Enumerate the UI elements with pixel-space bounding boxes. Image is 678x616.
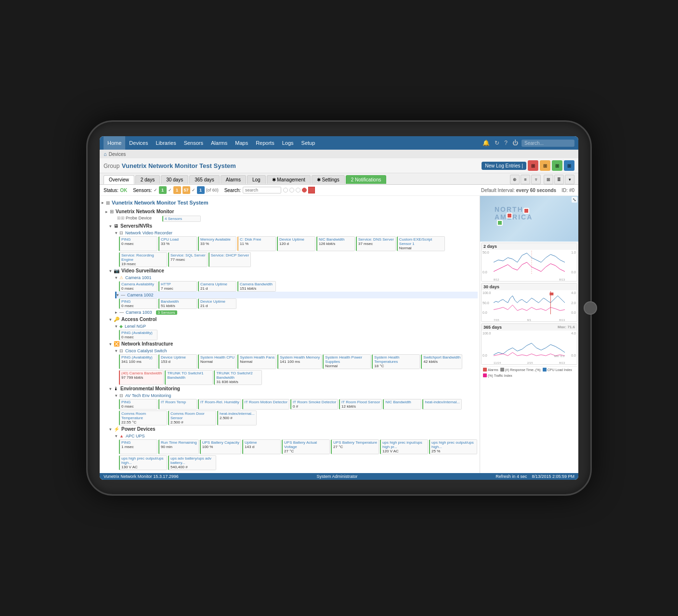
lenel-header[interactable]: ▾ ◆ Lenel NGP <box>115 323 478 330</box>
sensor-tile[interactable]: IT Room-Rel. Humidity <box>198 399 241 410</box>
cam1003-header[interactable]: ▸ — Camera 1003 3 Sensors <box>115 309 478 316</box>
sensor-tile[interactable]: Camera Availability0 msec <box>119 281 157 292</box>
cam1003-name[interactable]: Camera 1003 <box>126 310 152 315</box>
sensor-tile[interactable]: Device Uptime153 d <box>158 354 197 369</box>
sensor-tile[interactable]: Service: Recording Engine19 msec <box>119 252 167 267</box>
nav-libraries[interactable]: Libraries <box>152 136 180 150</box>
refresh-icon[interactable]: ↻ <box>493 140 501 146</box>
tab-overview[interactable]: Overview <box>104 175 134 184</box>
map-marker-green[interactable] <box>497 220 503 226</box>
sensor-tile[interactable]: IT Room Temp <box>158 399 197 410</box>
list-view-btn[interactable]: ⊞ <box>544 175 553 184</box>
apc-header[interactable]: ▾ ▲ APC UPS <box>115 433 478 439</box>
nav-setup[interactable]: Setup <box>298 136 319 150</box>
sensor-tile[interactable]: Device Uptime120 d <box>277 236 315 251</box>
sensor-tile[interactable]: Comms Room Door Sensor2.500 # <box>168 411 216 425</box>
cam1001-header[interactable]: ▾ ⚠ Camera 1001 <box>115 274 478 281</box>
nav-reports[interactable]: Reports <box>252 136 278 150</box>
search-input[interactable] <box>522 140 574 147</box>
video-header[interactable]: ▾ 📷 Video Surveillance <box>109 267 478 274</box>
sensor-tile[interactable]: TRUNK TO Switch#2 Bandwidth31 836 kbit/s <box>214 370 262 385</box>
nav-home[interactable]: Home <box>104 136 125 150</box>
sensor-tile[interactable]: Memory Available33 % <box>198 236 236 251</box>
sensor-tile[interactable]: IT Room Smoke Detector0 # <box>290 399 338 410</box>
dot-empty2[interactable] <box>289 188 294 192</box>
question-icon[interactable]: ? <box>503 140 509 146</box>
sensor-tile[interactable]: IT Room Flood Sensor12 kbit/s <box>339 399 382 410</box>
map-marker-red2[interactable] <box>523 208 529 214</box>
sensor-tile[interactable]: NIC Bandwidth126 kbit/s <box>316 236 355 251</box>
nvr-header[interactable]: ▾ ⊟ Network Video Recorder <box>115 230 478 236</box>
sensor-tile[interactable]: System Health Power SuppliesNormal <box>323 354 371 369</box>
sensor-tile[interactable]: PING0 msec <box>119 236 157 251</box>
wifi-icon[interactable]: ⊛ <box>510 175 520 184</box>
sensor-tile[interactable]: Bandwidth51 kbit/s <box>158 298 197 309</box>
breadcrumb-devices[interactable]: Devices <box>109 152 126 157</box>
dot-red[interactable] <box>302 188 307 192</box>
sensor-tile[interactable]: Custom EXE/Script Sensor 1Normal <box>397 236 445 251</box>
tab-log[interactable]: Log <box>247 175 266 184</box>
sensor-tile[interactable]: NIC Bandwidth <box>383 399 421 410</box>
bell-icon[interactable]: 🔔 <box>481 140 491 146</box>
blue-status-button[interactable]: ⊞ <box>564 160 574 171</box>
red-status-button[interactable]: ⊞ <box>528 160 538 171</box>
detail-view-btn[interactable]: ≣ <box>554 175 564 184</box>
dot-empty3[interactable] <box>296 188 300 192</box>
sensor-tile[interactable]: UPS Battery Capacity100 % <box>200 439 241 454</box>
sensor-tile[interactable]: heat-index/internal...2.500 # <box>217 411 257 425</box>
green-status-button[interactable]: ⊞ <box>552 160 562 171</box>
cam1002-name[interactable]: Camera 1002 <box>127 293 154 297</box>
expand-icon[interactable]: ▿ <box>531 175 541 184</box>
grid-icon[interactable]: ≡ <box>521 175 530 184</box>
tab-30days[interactable]: 30 days <box>161 175 188 184</box>
access-header[interactable]: ▾ 🔑 Access Control <box>109 316 478 323</box>
cisco-name[interactable]: Cisco Catalyst Switch <box>125 348 167 353</box>
sensor-tile[interactable]: CPU Load33 % <box>158 236 197 251</box>
sensor-tile[interactable]: Uptime143 d <box>242 439 281 454</box>
dot-empty1[interactable] <box>283 188 288 192</box>
nav-devices[interactable]: Devices <box>125 136 152 150</box>
power-icon[interactable]: ⏻ <box>511 140 520 146</box>
home-icon[interactable]: ⌂ <box>104 151 107 157</box>
nav-alarms[interactable]: Alarms <box>207 136 231 150</box>
probe-name[interactable]: Probe Device <box>126 216 152 220</box>
sensor-tile[interactable]: System Health Temperatures18 °C <box>372 354 420 369</box>
home-button[interactable] <box>584 301 597 315</box>
sensor-tile[interactable]: UPS Battery Temperature27 °C <box>331 439 379 454</box>
device-search-input[interactable] <box>243 187 281 193</box>
avtech-header[interactable]: ▾ ⊟ AV Tech Env Monitoring <box>115 392 478 399</box>
sensor-tile[interactable]: Run Time Remaining90 min <box>158 439 199 454</box>
sensor-tile[interactable]: Camera Bandwidth151 kbit/s <box>237 281 276 292</box>
square-red[interactable] <box>308 187 315 193</box>
monitor-header[interactable]: ▸ ⊞ Vunetrix Network Monitor <box>105 208 478 215</box>
nav-maps[interactable]: Maps <box>231 136 252 150</box>
new-log-button[interactable]: New Log Entries | <box>482 162 526 170</box>
sensor-tile[interactable]: TRUNK TO Switch#1 Bandwidth <box>165 370 213 385</box>
tab-settings[interactable]: ✱ Settings <box>312 175 345 184</box>
power-header[interactable]: ▾ ⚡ Power Devices <box>109 425 478 433</box>
nav-logs[interactable]: Logs <box>278 136 298 150</box>
sensor-tile[interactable]: heat-index/internal... <box>422 399 462 410</box>
apc-name[interactable]: APC UPS <box>126 434 145 438</box>
sensor-tile[interactable]: ups high prec output/ups high...25 % <box>429 439 477 454</box>
cisco-header[interactable]: ▾ ⊟ Cisco Catalyst Switch <box>115 347 478 354</box>
tab-alarms[interactable]: Alarms <box>221 175 246 184</box>
map-marker-red[interactable] <box>507 213 512 218</box>
sensor-tile[interactable]: PING (Availability)0 msec <box>119 330 157 340</box>
options-btn[interactable]: ▾ <box>565 175 574 184</box>
sensor-tile[interactable]: Service: DNS Server37 msec <box>356 236 396 251</box>
sensor-tile[interactable]: Comms Room Temperature22.55 °C <box>119 411 167 425</box>
cam1002-header[interactable]: ▾ — Camera 1002 <box>115 292 478 298</box>
sensor-tile[interactable]: System Health Memory141 100 ms <box>277 354 322 369</box>
nvr-name[interactable]: Network Video Recorder <box>125 231 172 235</box>
nav-sensors[interactable]: Sensors <box>180 136 207 150</box>
sensor-tile[interactable]: PING0 msec <box>119 298 157 309</box>
cam1001-name[interactable]: Camera 1001 <box>125 275 152 280</box>
sensor-tile[interactable]: System Health CPUNormal <box>198 354 236 369</box>
sensor-tile[interactable]: UPS Battery Actual Voltage27 °C <box>282 439 330 454</box>
tab-2days[interactable]: 2 days <box>135 175 160 184</box>
servers-header[interactable]: ▾ 🖥 Servers/NVRs <box>109 222 478 230</box>
avtech-name[interactable]: AV Tech Env Monitoring <box>125 393 171 398</box>
sensor-tile[interactable]: PING (Availability)341 100 ms <box>119 354 157 369</box>
sensor-tile[interactable]: HTTP7 msec <box>158 281 197 292</box>
